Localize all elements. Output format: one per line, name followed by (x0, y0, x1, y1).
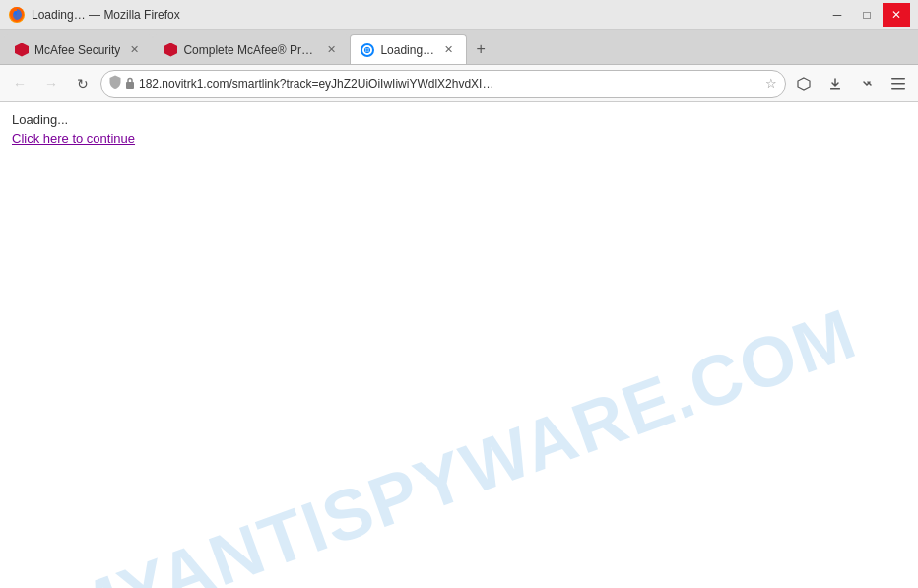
menu-button[interactable] (885, 70, 912, 98)
bookmark-star-icon[interactable]: ☆ (765, 76, 777, 91)
svg-rect-4 (891, 83, 905, 85)
tab3-close-button[interactable]: ✕ (440, 42, 456, 58)
forward-button[interactable]: → (37, 70, 65, 98)
titlebar: Loading… — Mozilla Firefox ─ □ ✕ (0, 0, 918, 30)
svg-rect-1 (126, 82, 134, 89)
close-button[interactable]: ✕ (883, 3, 910, 27)
expand-toolbar-button[interactable] (853, 70, 881, 98)
titlebar-left: Loading… — Mozilla Firefox (8, 6, 180, 24)
globe-tab3-icon: ⊕ (361, 43, 374, 57)
minimize-button[interactable]: ─ (823, 3, 851, 27)
new-tab-button[interactable]: + (467, 34, 494, 64)
page-loading-text: Loading... (12, 112, 906, 127)
tab3-label: Loading… (380, 43, 434, 57)
mcafee-tab2-icon (164, 43, 177, 57)
navbar: ← → ↻ ☆ (0, 65, 918, 102)
tab2-close-button[interactable]: ✕ (323, 42, 339, 58)
svg-rect-2 (830, 88, 840, 90)
titlebar-controls: ─ □ ✕ (823, 3, 910, 27)
tab-complete-mcafee[interactable]: Complete McAfee® Prote… ✕ (153, 34, 350, 64)
tab1-label: McAfee Security (34, 43, 120, 57)
address-input[interactable] (139, 77, 761, 91)
continue-link[interactable]: Click here to continue (12, 131, 135, 146)
svg-rect-5 (891, 88, 905, 90)
tab-mcafee-security[interactable]: McAfee Security ✕ (4, 34, 153, 64)
tab-loading[interactable]: ⊕ Loading… ✕ (350, 34, 467, 64)
firefox-logo-icon (8, 6, 26, 24)
window-title: Loading… — Mozilla Firefox (32, 8, 180, 22)
page-content: Loading... Click here to continue MYANTI… (0, 102, 918, 588)
reload-button[interactable]: ↻ (69, 70, 97, 98)
tab2-label: Complete McAfee® Prote… (183, 43, 317, 57)
download-button[interactable] (821, 70, 849, 98)
vpn-button[interactable] (790, 70, 818, 98)
address-bar-container: ☆ (100, 70, 786, 98)
back-button[interactable]: ← (6, 70, 33, 98)
address-lock-icon (125, 77, 135, 91)
address-shield-icon (109, 75, 121, 92)
watermark: MYANTISPYWARE.COM (34, 291, 885, 588)
tabbar: McAfee Security ✕ Complete McAfee® Prote… (0, 30, 918, 65)
maximize-button[interactable]: □ (853, 3, 881, 27)
mcafee-tab1-icon (15, 43, 29, 57)
svg-rect-3 (891, 78, 905, 80)
tab1-close-button[interactable]: ✕ (126, 42, 142, 58)
